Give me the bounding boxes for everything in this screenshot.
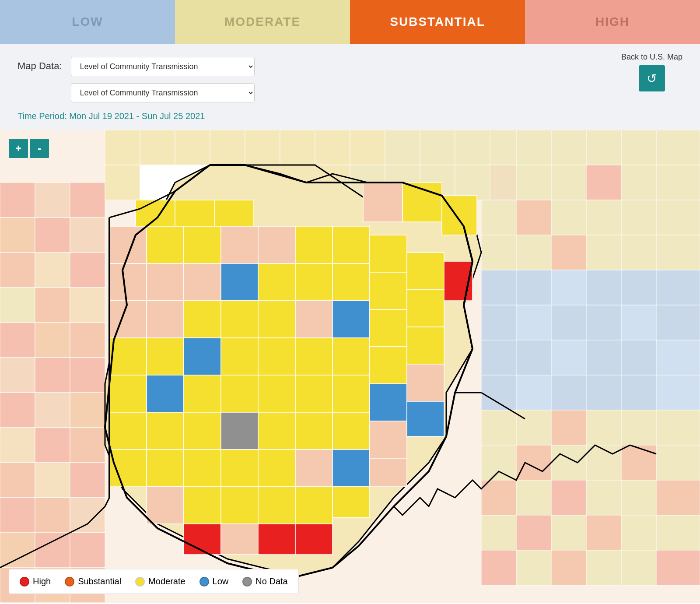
svg-rect-149: [109, 412, 147, 449]
svg-rect-118: [245, 130, 280, 165]
svg-rect-186: [295, 226, 332, 263]
svg-rect-69: [586, 305, 621, 340]
svg-rect-211: [407, 290, 444, 327]
svg-rect-12: [35, 183, 70, 218]
svg-rect-70: [621, 305, 656, 340]
legend-label-moderate: Moderate: [148, 576, 186, 586]
svg-rect-99: [586, 480, 621, 515]
svg-rect-119: [280, 130, 315, 165]
svg-rect-19: [35, 428, 70, 463]
svg-rect-59: [656, 235, 700, 270]
zoom-out-button[interactable]: -: [30, 139, 49, 158]
svg-rect-213: [407, 364, 444, 401]
svg-rect-140: [363, 183, 402, 222]
svg-rect-34: [70, 533, 105, 568]
svg-rect-189: [295, 338, 332, 375]
svg-rect-1: [0, 218, 35, 253]
svg-rect-10: [0, 533, 35, 568]
svg-rect-185: [258, 524, 295, 555]
zoom-in-button[interactable]: +: [9, 139, 28, 158]
svg-rect-55: [516, 235, 551, 270]
svg-rect-123: [420, 130, 455, 165]
svg-rect-53: [656, 200, 700, 235]
legend-item-nodata: No Data: [242, 576, 287, 586]
svg-rect-90: [481, 445, 516, 480]
svg-rect-108: [481, 550, 516, 585]
svg-rect-47: [656, 165, 700, 200]
svg-rect-163: [184, 375, 221, 412]
legend-dot-moderate: [135, 577, 145, 586]
svg-rect-54: [481, 235, 516, 270]
svg-rect-86: [551, 410, 586, 445]
legend-item-moderate: Moderate: [135, 576, 186, 586]
back-to-map-button[interactable]: ↺: [639, 65, 665, 91]
svg-rect-151: [147, 226, 184, 263]
svg-rect-208: [370, 421, 407, 458]
svg-rect-188: [295, 301, 332, 338]
svg-rect-38: [551, 130, 586, 165]
svg-rect-49: [516, 200, 551, 235]
svg-rect-113: [656, 550, 700, 585]
svg-rect-192: [295, 449, 332, 487]
svg-rect-196: [332, 263, 370, 301]
svg-rect-88: [621, 410, 656, 445]
svg-rect-17: [35, 358, 70, 393]
svg-rect-180: [258, 338, 295, 375]
svg-rect-164: [184, 412, 221, 449]
svg-rect-193: [295, 487, 332, 524]
svg-rect-114: [105, 130, 140, 165]
color-bar-high: HIGH: [525, 0, 700, 44]
svg-rect-198: [332, 338, 370, 375]
zoom-controls: + -: [9, 139, 49, 158]
svg-rect-5: [0, 358, 35, 393]
svg-rect-73: [516, 340, 551, 375]
svg-rect-152: [147, 263, 184, 301]
svg-rect-179: [258, 301, 295, 338]
svg-rect-102: [481, 515, 516, 550]
legend-label-high: High: [33, 576, 51, 586]
svg-rect-93: [586, 445, 621, 480]
svg-rect-204: [370, 272, 407, 309]
svg-rect-60: [481, 270, 516, 305]
svg-rect-26: [70, 253, 105, 288]
svg-rect-8: [0, 463, 35, 498]
svg-rect-30: [70, 393, 105, 428]
controls-area: Map Data: Level of Community Transmissio…: [0, 44, 700, 111]
svg-rect-122: [385, 130, 420, 165]
dropdown-2[interactable]: Level of Community TransmissionCases per…: [71, 83, 255, 102]
svg-rect-72: [481, 340, 516, 375]
svg-rect-77: [656, 340, 700, 375]
svg-rect-181: [258, 375, 295, 412]
svg-rect-154: [147, 338, 184, 375]
svg-rect-96: [481, 480, 516, 515]
svg-rect-20: [35, 463, 70, 498]
legend-dot-substantial: [65, 577, 74, 586]
svg-rect-184: [258, 487, 295, 524]
svg-rect-2: [0, 253, 35, 288]
legend-dot-low: [200, 577, 209, 586]
svg-rect-98: [551, 480, 586, 515]
svg-rect-28: [70, 323, 105, 358]
svg-rect-40: [621, 130, 656, 165]
color-bar-substantial: SUBSTANTIAL: [350, 0, 525, 44]
svg-rect-109: [516, 550, 551, 585]
dropdowns-column: Level of Community TransmissionCases per…: [71, 57, 255, 102]
map-legend: High Substantial Moderate Low No Data: [9, 569, 299, 594]
svg-rect-178: [258, 263, 295, 301]
legend-item-low: Low: [200, 576, 229, 586]
svg-rect-169: [221, 263, 258, 301]
svg-rect-78: [481, 375, 516, 410]
svg-rect-202: [332, 487, 370, 517]
svg-rect-100: [621, 480, 656, 515]
svg-rect-197: [332, 301, 370, 338]
back-to-map-label: Back to U.S. Map: [621, 53, 682, 62]
color-bar: LOW MODERATE SUBSTANTIAL HIGH: [0, 0, 700, 44]
svg-rect-209: [370, 458, 407, 487]
svg-rect-124: [455, 130, 490, 165]
legend-dot-nodata: [242, 577, 252, 586]
svg-rect-31: [70, 428, 105, 463]
svg-rect-120: [315, 130, 350, 165]
svg-rect-206: [370, 347, 407, 384]
svg-rect-92: [551, 445, 586, 480]
dropdown-1[interactable]: Level of Community TransmissionCases per…: [71, 57, 255, 76]
